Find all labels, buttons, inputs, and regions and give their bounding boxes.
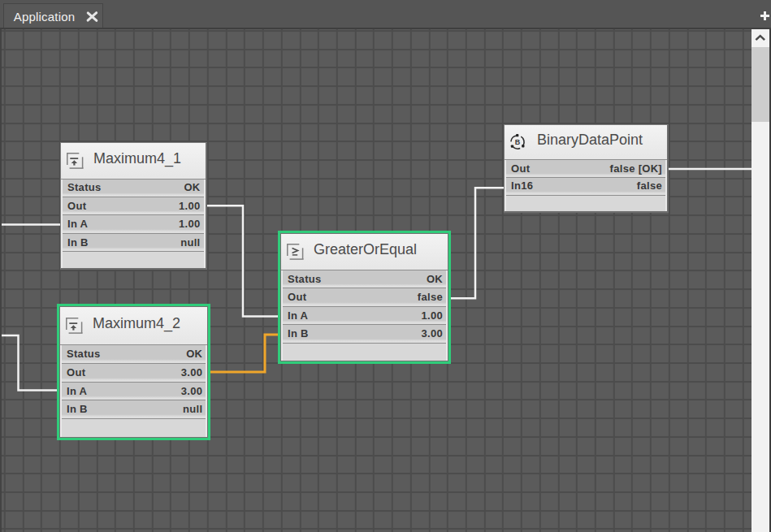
svg-text:B: B (515, 138, 521, 146)
